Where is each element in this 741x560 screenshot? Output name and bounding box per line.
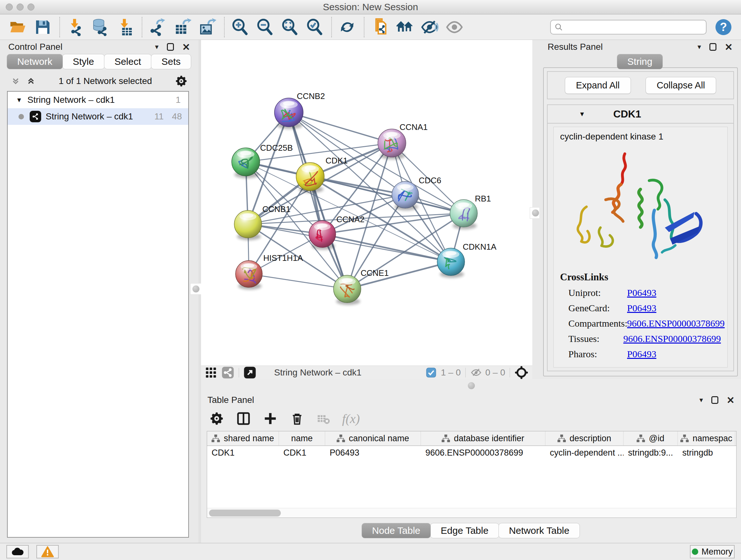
scrollbar-thumb[interactable] — [209, 509, 281, 516]
table-cell[interactable]: P06493 — [325, 446, 421, 460]
network-options-gear-icon[interactable] — [175, 75, 188, 87]
left-splitter[interactable] — [199, 40, 201, 543]
table-cell[interactable]: stringdb:9... — [623, 446, 678, 460]
hide-selected-button[interactable] — [419, 17, 440, 37]
node-table: shared namenamecanonical namedatabase id… — [207, 431, 737, 518]
search-input[interactable] — [566, 22, 702, 32]
expand-all-button[interactable]: Expand All — [565, 77, 631, 94]
detach-view-icon[interactable] — [244, 366, 256, 379]
export-image-button[interactable] — [197, 17, 218, 37]
network-node-RB1[interactable] — [450, 199, 477, 229]
tab-node-table[interactable]: Node Table — [361, 523, 431, 538]
export-table-button[interactable] — [172, 17, 193, 37]
network-badge-icon[interactable] — [221, 366, 234, 379]
column-header-canonical-name[interactable]: canonical name — [325, 431, 421, 445]
export-network-button[interactable] — [147, 17, 168, 37]
search-box[interactable] — [550, 20, 706, 35]
table-cell[interactable]: stringdb — [678, 446, 735, 460]
open-session-button[interactable] — [8, 17, 28, 37]
panel-collapse-icon[interactable]: ▾ — [697, 43, 701, 51]
toolbar-separator — [224, 17, 225, 37]
panel-close-icon[interactable]: ✕ — [727, 395, 735, 406]
tab-network-table[interactable]: Network Table — [498, 523, 580, 538]
network-node-CDKN1A[interactable] — [437, 248, 465, 278]
network-node-CCNA1[interactable] — [378, 129, 406, 159]
collapse-all-button[interactable]: Collapse All — [646, 77, 717, 94]
panel-float-icon[interactable] — [710, 43, 717, 51]
network-node-CCNE1[interactable] — [333, 275, 361, 305]
table-cell[interactable]: CDK1 — [279, 446, 325, 460]
tree-expand-icon[interactable]: ▼ — [16, 97, 22, 104]
node-details-header[interactable]: ▼ CDK1 — [548, 105, 733, 124]
tab-style[interactable]: Style — [62, 54, 105, 69]
crosslink-link[interactable]: P06493 — [627, 349, 657, 360]
zoom-fit-button[interactable] — [280, 17, 300, 37]
network-node-CCNB2[interactable] — [274, 98, 303, 129]
import-network-database-button[interactable] — [90, 17, 111, 37]
table-options-gear-icon[interactable] — [209, 411, 224, 426]
network-node-CCNA2[interactable] — [309, 221, 336, 250]
zoom-in-button[interactable] — [230, 17, 250, 37]
tab-sets[interactable]: Sets — [151, 54, 191, 69]
show-all-button[interactable] — [444, 17, 465, 37]
section-expand-icon[interactable]: ▼ — [579, 111, 585, 118]
network-collection-row[interactable]: ▼ String Network – cdk1 1 — [8, 91, 188, 108]
new-network-from-selection-button[interactable] — [369, 17, 390, 37]
create-column-icon[interactable] — [263, 411, 278, 426]
birdseye-view-icon[interactable] — [515, 366, 529, 380]
grid-mode-icon[interactable] — [205, 367, 217, 379]
warning-status-button[interactable] — [37, 545, 59, 558]
show-columns-icon[interactable] — [236, 411, 251, 426]
horizontal-splitter[interactable] — [201, 379, 741, 393]
zoom-out-button[interactable] — [255, 17, 275, 37]
panel-float-icon[interactable] — [167, 43, 174, 51]
network-node-HIST1H1A[interactable] — [235, 260, 262, 290]
zoom-selected-button[interactable] — [305, 17, 325, 37]
table-cell[interactable]: cyclin-dependent ... — [545, 446, 623, 460]
column-header-shared-name[interactable]: shared name — [207, 431, 279, 445]
column-header-namespac[interactable]: namespac — [678, 431, 735, 445]
network-view-canvas[interactable]: CCNB2CCNA1CDC25BCDK1CDC6RB1CCNB1CCNA2CDK… — [201, 40, 532, 366]
column-header-database-identifier[interactable]: database identifier — [421, 431, 545, 445]
tab-string[interactable]: String — [617, 54, 663, 69]
apply-layout-button[interactable] — [337, 17, 357, 37]
network-row-selected[interactable]: String Network – cdk1 11 48 — [8, 108, 188, 125]
table-horizontal-scrollbar[interactable] — [207, 508, 736, 517]
column-header-name[interactable]: name — [279, 431, 325, 445]
selected-checkbox-icon[interactable] — [426, 368, 436, 378]
network-node-CDC25B[interactable] — [232, 148, 260, 178]
import-table-file-button[interactable] — [115, 17, 135, 37]
cloud-status-button[interactable] — [6, 545, 29, 558]
save-session-button[interactable] — [32, 17, 53, 37]
column-header-description[interactable]: description — [545, 431, 623, 445]
expand-all-icon[interactable] — [26, 76, 36, 86]
tab-select[interactable]: Select — [104, 54, 151, 69]
collapse-all-icon[interactable] — [11, 76, 20, 86]
help-button[interactable]: ? — [716, 19, 731, 35]
crosslink-link[interactable]: 9606.ENSP00000378699 — [627, 318, 725, 329]
horizontal-splitter-handle[interactable] — [466, 380, 477, 391]
tab-network[interactable]: Network — [7, 54, 63, 69]
first-neighbors-button[interactable] — [394, 17, 415, 37]
panel-close-icon[interactable]: ✕ — [182, 42, 190, 53]
left-splitter-handle[interactable] — [190, 283, 202, 295]
crosslink-link[interactable]: P06493 — [627, 303, 657, 314]
memory-button[interactable]: Memory — [690, 545, 735, 558]
panel-close-icon[interactable]: ✕ — [725, 42, 733, 53]
delete-column-icon[interactable] — [290, 411, 305, 426]
crosslink-link[interactable]: 9606.ENSP00000378699 — [623, 333, 721, 344]
right-splitter[interactable] — [532, 40, 539, 379]
panel-collapse-icon[interactable]: ▾ — [155, 43, 158, 51]
column-header--id[interactable]: @id — [623, 431, 678, 445]
crosslink-link[interactable]: P06493 — [627, 287, 657, 298]
network-node-CCNB1[interactable] — [234, 210, 262, 240]
network-node-CDK1[interactable] — [296, 163, 324, 193]
table-cell[interactable]: CDK1 — [207, 446, 279, 460]
tab-edge-table[interactable]: Edge Table — [430, 523, 499, 538]
panel-float-icon[interactable] — [711, 396, 718, 404]
import-network-file-button[interactable] — [65, 17, 85, 37]
table-row[interactable]: CDK1CDK1P064939606.ENSP00000378699cyclin… — [207, 446, 736, 460]
panel-collapse-icon[interactable]: ▾ — [699, 396, 703, 404]
table-cell[interactable]: 9606.ENSP00000378699 — [421, 446, 545, 460]
network-node-CDC6[interactable] — [392, 181, 419, 210]
